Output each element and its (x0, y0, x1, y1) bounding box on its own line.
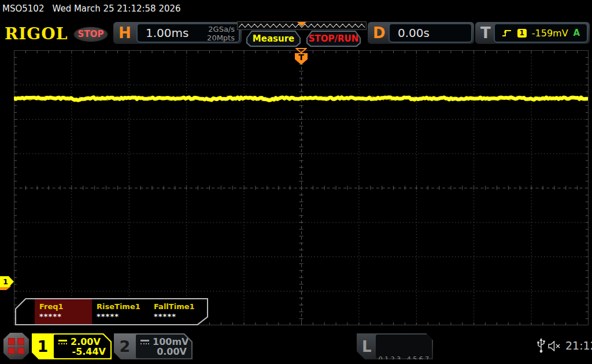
timebase-value: 1.00ms (146, 26, 188, 40)
channel1-panel: 2.00V -5.44V (54, 335, 110, 358)
trigger-sweep-mode: A (574, 28, 580, 38)
measurement-label: Freq1 (39, 302, 92, 311)
horizontal-label: H (119, 24, 131, 42)
dc-coupling-icon (58, 340, 67, 344)
trigger-level-value: -159mV (532, 28, 568, 39)
clock: 21:12 (565, 339, 592, 352)
trigger-block[interactable]: T 1 -159mV A (475, 22, 590, 44)
menu-button[interactable] (3, 333, 29, 359)
datetime-text: Wed March 25 21:12:58 2026 (52, 3, 180, 14)
logic-row-0-7: 0 1 2 3 4 5 6 7 (376, 355, 432, 363)
channel1-zero-marker[interactable]: 1 (0, 276, 14, 287)
horizontal-panel: 1.00ms 2GSa/s 20Mpts (136, 23, 240, 43)
grid-menu-icon (8, 338, 25, 355)
delay-panel: 0.00s (388, 23, 472, 43)
channel2-block[interactable]: 2 100mV 0.00V (114, 333, 193, 359)
trigger-position-icon (295, 48, 307, 54)
sample-rate: 2GSa/s (207, 25, 235, 34)
channel1-number: 1 (32, 333, 54, 359)
memory-position-bar (237, 21, 367, 30)
measurement-value: ***** (39, 312, 92, 321)
measurement-item-freq1[interactable]: Freq1 ***** (35, 299, 92, 324)
channel1-offset: -5.44V (72, 346, 106, 357)
logic-label: L (362, 338, 372, 355)
stop-run-button-label: STOP/RUN (308, 32, 360, 46)
graticule (14, 50, 589, 325)
channel2-number: 2 (114, 333, 136, 359)
delay-label: D (373, 24, 386, 42)
trigger-panel: 1 -159mV A (494, 23, 588, 43)
logic-channels-panel: 0 1 2 3 4 5 6 7 8 9 10 11 12 13 14 15 (376, 335, 432, 358)
channel2-panel: 100mV 0.00V (136, 335, 191, 358)
model-name: MSO5102 (2, 3, 44, 14)
measurement-panel: Freq1 ***** RiseTime1 ***** FallTime1 **… (15, 298, 208, 325)
measurement-item-falltime1[interactable]: FallTime1 ***** (149, 299, 206, 324)
oscilloscope-screen: MSO5102Wed March 25 21:12:58 2026 RIGOL … (0, 0, 592, 364)
delay-value: 0.00s (398, 26, 430, 40)
measurement-value: ***** (97, 312, 149, 321)
memory-depth: 20Mpts (207, 34, 235, 42)
delay-block[interactable]: D 0.00s (368, 22, 474, 44)
titlebar: MSO5102Wed March 25 21:12:58 2026 (2, 3, 181, 14)
trigger-source-badge: 1 (517, 29, 527, 38)
horizontal-settings-block[interactable]: H 1.00ms 2GSa/s 20Mpts (113, 22, 242, 44)
channel1-block[interactable]: 1 2.00V -5.44V (32, 333, 112, 359)
speaker-muted-icon (548, 341, 563, 351)
rigol-logo: RIGOL (5, 24, 68, 43)
measure-button-label: Measure (247, 32, 299, 46)
usb-icon (536, 338, 546, 354)
acquisition-info: 2GSa/s 20Mpts (207, 25, 235, 42)
measurement-value: ***** (154, 312, 206, 321)
measurement-panel-inner: Freq1 ***** RiseTime1 ***** FallTime1 **… (16, 299, 207, 324)
rising-edge-icon (502, 29, 512, 37)
channel2-offset: 0.00V (157, 346, 187, 357)
measurement-label: FallTime1 (154, 302, 206, 311)
stop-run-button[interactable]: STOP/RUN (306, 31, 361, 47)
logic-analyzer-block[interactable]: L 0 1 2 3 4 5 6 7 8 9 10 11 12 13 14 15 (357, 333, 433, 359)
dc-coupling-icon (140, 340, 149, 344)
measure-button[interactable]: Measure (246, 31, 301, 47)
run-state-indicator: STOP (73, 27, 108, 42)
measurement-label: RiseTime1 (97, 302, 149, 311)
channel1-trace (14, 50, 589, 325)
trigger-label: T (480, 24, 491, 42)
memory-waveform-icon (238, 22, 366, 29)
measurement-item-risetime1[interactable]: RiseTime1 ***** (92, 299, 149, 324)
